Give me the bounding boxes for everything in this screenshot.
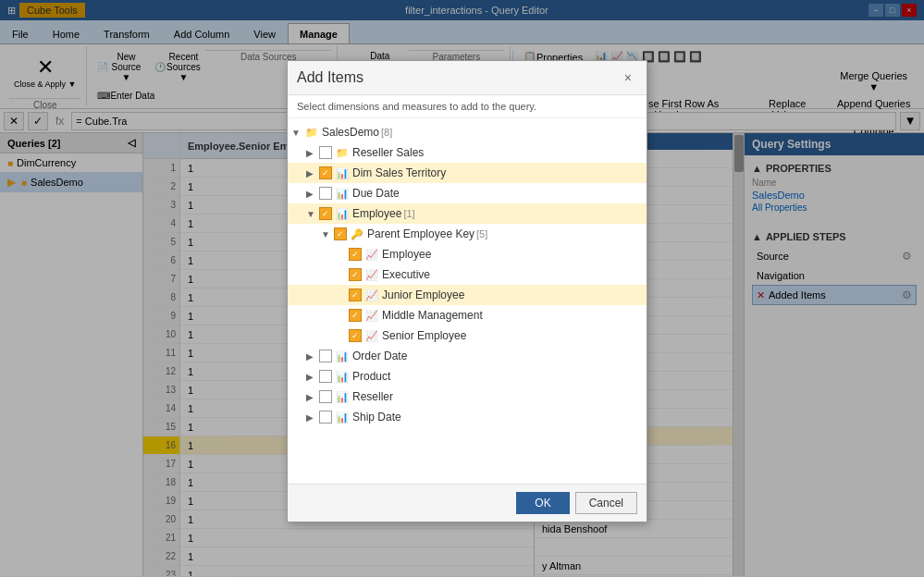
tree-cb-product[interactable] [319, 370, 332, 383]
tree-cb-parent-key[interactable] [334, 227, 347, 240]
modal-header: Add Items × [288, 61, 647, 95]
tree-icon-order-date: 📊 [335, 349, 350, 363]
tree-item-senior-employee[interactable]: 📈 Senior Employee [288, 325, 647, 346]
tree-label-ship-date: Ship Date [352, 411, 401, 424]
tree-icon-junior-employee: 📈 [364, 288, 379, 302]
modal-close-button[interactable]: × [619, 68, 637, 87]
tree-label-reseller-sales: Reseller Sales [352, 146, 424, 159]
tree-icon-due-date: 📊 [335, 186, 350, 201]
add-items-modal: Add Items × Select dimensions and measur… [287, 60, 647, 522]
tree-label-parent-key: Parent Employee Key [367, 227, 474, 240]
tree-icon-product: 📊 [335, 369, 350, 384]
tree-icon-reseller-sales: 📁 [335, 145, 350, 160]
tree-cb-due-date[interactable] [319, 187, 332, 200]
tree-arrow-dim-sales[interactable]: ▶ [306, 168, 319, 178]
tree-item-reseller[interactable]: ▶ 📊 Reseller [288, 387, 647, 407]
tree-cb-middle-mgmt[interactable] [349, 309, 362, 322]
modal-subtitle: Select dimensions and measures to add to… [288, 95, 647, 118]
cancel-button[interactable]: Cancel [575, 492, 637, 514]
tree-item-salesdemo[interactable]: ▼ 📁 SalesDemo [8] [288, 122, 647, 142]
tree-item-employee[interactable]: ▼ 📊 Employee [1] [288, 203, 647, 224]
tree-icon-middle-mgmt: 📈 [364, 308, 379, 323]
tree-cb-reseller-sales[interactable] [319, 146, 332, 159]
tree-label-due-date: Due Date [352, 187, 400, 200]
tree-cb-dim-sales[interactable] [319, 166, 332, 179]
tree-label-dim-sales: Dim Sales Territory [352, 166, 446, 179]
tree-icon-employee: 📊 [335, 206, 350, 221]
tree-item-order-date[interactable]: ▶ 📊 Order Date [288, 346, 647, 366]
tree-icon-salesdemo: 📁 [304, 125, 319, 140]
tree-count-salesdemo: [8] [381, 127, 392, 138]
tree-cb-reseller[interactable] [319, 390, 332, 403]
tree-cb-employee-leaf[interactable] [349, 248, 362, 261]
tree-item-due-date[interactable]: ▶ 📊 Due Date [288, 183, 647, 203]
tree-cb-ship-date[interactable] [319, 411, 332, 424]
tree-label-reseller: Reseller [352, 390, 393, 403]
tree-arrow-reseller-sales[interactable]: ▶ [306, 148, 319, 158]
tree-item-employee-leaf[interactable]: 📈 Employee [288, 244, 647, 264]
tree-arrow-parent-key[interactable]: ▼ [321, 229, 334, 239]
tree-arrow-employee[interactable]: ▼ [306, 209, 319, 219]
tree-label-product: Product [352, 370, 390, 383]
tree-label-executive: Executive [382, 268, 430, 281]
tree-arrow-product[interactable]: ▶ [306, 372, 319, 382]
ok-button[interactable]: OK [516, 492, 569, 514]
tree-item-reseller-sales[interactable]: ▶ 📁 Reseller Sales [288, 142, 647, 163]
tree-cb-employee[interactable] [319, 207, 332, 220]
tree-item-product[interactable]: ▶ 📊 Product [288, 366, 647, 387]
tree-item-parent-key[interactable]: ▼ 🔑 Parent Employee Key [5] [288, 224, 647, 244]
tree-icon-senior-employee: 📈 [364, 328, 379, 343]
tree-label-salesdemo: SalesDemo [322, 126, 379, 139]
tree-count-employee: [1] [403, 208, 414, 219]
tree-icon-executive: 📈 [364, 267, 379, 282]
tree-item-junior-employee[interactable]: 📈 Junior Employee [288, 285, 647, 305]
tree-icon-ship-date: 📊 [335, 410, 350, 424]
modal-overlay: Add Items × Select dimensions and measur… [0, 0, 924, 576]
tree-arrow-salesdemo[interactable]: ▼ [291, 128, 304, 138]
tree-arrow-reseller[interactable]: ▶ [306, 392, 319, 402]
tree-item-executive[interactable]: 📈 Executive [288, 264, 647, 285]
tree-label-employee: Employee [352, 207, 401, 220]
tree-icon-employee-leaf: 📈 [364, 247, 379, 262]
tree-item-middle-mgmt[interactable]: 📈 Middle Management [288, 305, 647, 325]
modal-body: ▼ 📁 SalesDemo [8] ▶ 📁 Reseller Sales ▶ 📊… [288, 118, 647, 484]
tree-label-middle-mgmt: Middle Management [382, 309, 483, 322]
tree-icon-parent-key: 🔑 [350, 227, 364, 241]
tree-item-ship-date[interactable]: ▶ 📊 Ship Date [288, 407, 647, 427]
tree-label-order-date: Order Date [352, 350, 407, 362]
tree-arrow-order-date[interactable]: ▶ [306, 351, 319, 362]
tree-arrow-ship-date[interactable]: ▶ [306, 412, 319, 423]
tree-cb-junior-employee[interactable] [349, 288, 362, 301]
tree-label-junior-employee: Junior Employee [382, 288, 464, 301]
modal-title: Add Items [297, 69, 363, 86]
tree-item-dim-sales[interactable]: ▶ 📊 Dim Sales Territory [288, 163, 647, 183]
tree-icon-dim-sales: 📊 [335, 166, 350, 180]
tree-arrow-due-date[interactable]: ▶ [306, 189, 319, 199]
tree-count-parent-key: [5] [476, 228, 487, 239]
tree-label-employee-leaf: Employee [382, 248, 431, 261]
tree-icon-reseller: 📊 [335, 389, 350, 404]
tree-cb-order-date[interactable] [319, 350, 332, 362]
tree-cb-senior-employee[interactable] [349, 329, 362, 342]
tree-label-senior-employee: Senior Employee [382, 329, 466, 342]
modal-footer: OK Cancel [288, 484, 647, 522]
tree-cb-executive[interactable] [349, 268, 362, 281]
